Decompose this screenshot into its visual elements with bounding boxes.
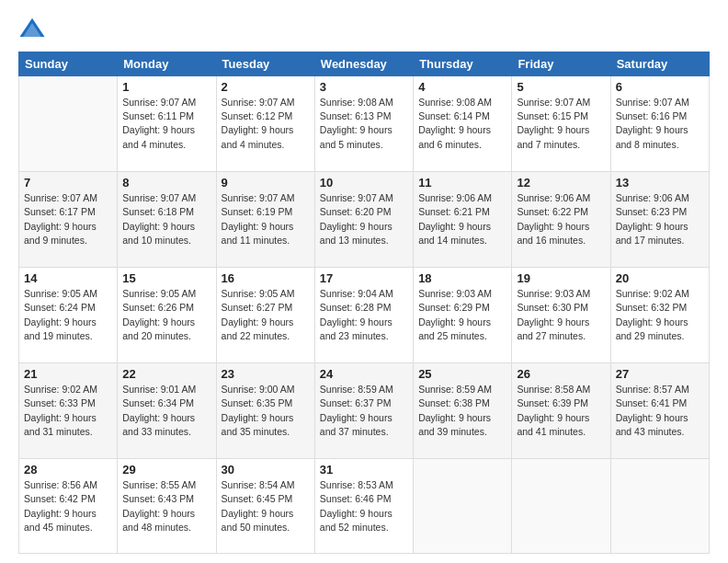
calendar-cell: 27Sunrise: 8:57 AMSunset: 6:41 PMDayligh…	[610, 363, 709, 459]
calendar-cell: 29Sunrise: 8:55 AMSunset: 6:43 PMDayligh…	[118, 459, 216, 554]
day-number: 25	[418, 367, 506, 381]
calendar-week-4: 28Sunrise: 8:56 AMSunset: 6:42 PMDayligh…	[19, 459, 710, 554]
day-info: Sunrise: 9:05 AMSunset: 6:26 PMDaylight:…	[122, 287, 210, 343]
day-number: 27	[616, 367, 704, 381]
calendar-cell: 21Sunrise: 9:02 AMSunset: 6:33 PMDayligh…	[19, 363, 118, 459]
day-info: Sunrise: 9:05 AMSunset: 6:27 PMDaylight:…	[222, 287, 310, 343]
day-info: Sunrise: 9:08 AMSunset: 6:13 PMDaylight:…	[320, 96, 408, 152]
calendar-header: SundayMondayTuesdayWednesdayThursdayFrid…	[19, 52, 710, 76]
day-info: Sunrise: 9:06 AMSunset: 6:22 PMDaylight:…	[517, 191, 605, 247]
calendar-cell: 6Sunrise: 9:07 AMSunset: 6:16 PMDaylight…	[610, 76, 709, 172]
day-info: Sunrise: 9:02 AMSunset: 6:33 PMDaylight:…	[24, 383, 112, 439]
day-number: 4	[418, 80, 506, 94]
day-header-monday: Monday	[118, 52, 216, 76]
day-info: Sunrise: 8:59 AMSunset: 6:37 PMDaylight:…	[320, 383, 408, 439]
calendar-cell	[19, 76, 118, 172]
calendar-header-row: SundayMondayTuesdayWednesdayThursdayFrid…	[19, 52, 710, 76]
day-info: Sunrise: 9:07 AMSunset: 6:17 PMDaylight:…	[24, 191, 112, 247]
day-number: 8	[122, 176, 210, 190]
calendar-cell: 14Sunrise: 9:05 AMSunset: 6:24 PMDayligh…	[19, 268, 118, 363]
day-info: Sunrise: 9:03 AMSunset: 6:30 PMDaylight:…	[517, 287, 605, 343]
day-header-saturday: Saturday	[610, 52, 709, 76]
day-number: 23	[222, 367, 310, 381]
day-header-tuesday: Tuesday	[216, 52, 314, 76]
calendar-cell: 3Sunrise: 9:08 AMSunset: 6:13 PMDaylight…	[314, 76, 413, 172]
day-number: 21	[24, 367, 112, 381]
calendar-week-1: 7Sunrise: 9:07 AMSunset: 6:17 PMDaylight…	[19, 172, 710, 268]
day-header-sunday: Sunday	[19, 52, 118, 76]
calendar-cell: 4Sunrise: 9:08 AMSunset: 6:14 PMDaylight…	[414, 76, 512, 172]
day-info: Sunrise: 8:53 AMSunset: 6:46 PMDaylight:…	[320, 478, 408, 534]
day-info: Sunrise: 8:54 AMSunset: 6:45 PMDaylight:…	[222, 478, 310, 534]
calendar-cell	[610, 459, 709, 554]
calendar-cell: 26Sunrise: 8:58 AMSunset: 6:39 PMDayligh…	[512, 363, 610, 459]
day-number: 15	[122, 271, 210, 285]
day-number: 13	[616, 176, 704, 190]
calendar-cell: 9Sunrise: 9:07 AMSunset: 6:19 PMDaylight…	[216, 172, 314, 268]
day-number: 18	[418, 271, 506, 285]
day-info: Sunrise: 9:03 AMSunset: 6:29 PMDaylight:…	[418, 287, 506, 343]
calendar-week-0: 1Sunrise: 9:07 AMSunset: 6:11 PMDaylight…	[19, 76, 710, 172]
day-info: Sunrise: 8:56 AMSunset: 6:42 PMDaylight:…	[24, 478, 112, 534]
day-info: Sunrise: 9:05 AMSunset: 6:24 PMDaylight:…	[24, 287, 112, 343]
page: SundayMondayTuesdayWednesdayThursdayFrid…	[0, 0, 728, 563]
day-number: 24	[320, 367, 408, 381]
calendar-cell	[512, 459, 610, 554]
calendar-cell: 24Sunrise: 8:59 AMSunset: 6:37 PMDayligh…	[314, 363, 413, 459]
day-info: Sunrise: 8:59 AMSunset: 6:38 PMDaylight:…	[418, 383, 506, 439]
calendar-cell: 7Sunrise: 9:07 AMSunset: 6:17 PMDaylight…	[19, 172, 118, 268]
day-number: 19	[517, 271, 605, 285]
calendar-cell: 20Sunrise: 9:02 AMSunset: 6:32 PMDayligh…	[610, 268, 709, 363]
calendar-cell: 11Sunrise: 9:06 AMSunset: 6:21 PMDayligh…	[414, 172, 512, 268]
day-info: Sunrise: 8:57 AMSunset: 6:41 PMDaylight:…	[616, 383, 704, 439]
day-number: 17	[320, 271, 408, 285]
day-number: 11	[418, 176, 506, 190]
calendar-cell: 31Sunrise: 8:53 AMSunset: 6:46 PMDayligh…	[314, 459, 413, 554]
day-number: 26	[517, 367, 605, 381]
day-header-friday: Friday	[512, 52, 610, 76]
calendar-cell: 28Sunrise: 8:56 AMSunset: 6:42 PMDayligh…	[19, 459, 118, 554]
day-number: 16	[222, 271, 310, 285]
calendar-cell: 2Sunrise: 9:07 AMSunset: 6:12 PMDaylight…	[216, 76, 314, 172]
calendar-cell: 17Sunrise: 9:04 AMSunset: 6:28 PMDayligh…	[314, 268, 413, 363]
day-info: Sunrise: 9:06 AMSunset: 6:21 PMDaylight:…	[418, 191, 506, 247]
calendar-week-2: 14Sunrise: 9:05 AMSunset: 6:24 PMDayligh…	[19, 268, 710, 363]
day-number: 9	[222, 176, 310, 190]
day-info: Sunrise: 9:07 AMSunset: 6:18 PMDaylight:…	[122, 191, 210, 247]
day-number: 30	[222, 463, 310, 477]
calendar-cell: 30Sunrise: 8:54 AMSunset: 6:45 PMDayligh…	[216, 459, 314, 554]
calendar-cell	[414, 459, 512, 554]
day-info: Sunrise: 8:58 AMSunset: 6:39 PMDaylight:…	[517, 383, 605, 439]
day-info: Sunrise: 9:04 AMSunset: 6:28 PMDaylight:…	[320, 287, 408, 343]
day-header-wednesday: Wednesday	[314, 52, 413, 76]
day-number: 10	[320, 176, 408, 190]
day-info: Sunrise: 9:06 AMSunset: 6:23 PMDaylight:…	[616, 191, 704, 247]
day-info: Sunrise: 9:07 AMSunset: 6:12 PMDaylight:…	[222, 96, 310, 152]
day-info: Sunrise: 9:07 AMSunset: 6:11 PMDaylight:…	[122, 96, 210, 152]
day-header-thursday: Thursday	[414, 52, 512, 76]
calendar-cell: 5Sunrise: 9:07 AMSunset: 6:15 PMDaylight…	[512, 76, 610, 172]
day-info: Sunrise: 8:55 AMSunset: 6:43 PMDaylight:…	[122, 478, 210, 534]
day-number: 3	[320, 80, 408, 94]
calendar-week-3: 21Sunrise: 9:02 AMSunset: 6:33 PMDayligh…	[19, 363, 710, 459]
day-number: 1	[122, 80, 210, 94]
day-number: 5	[517, 80, 605, 94]
calendar-cell: 10Sunrise: 9:07 AMSunset: 6:20 PMDayligh…	[314, 172, 413, 268]
day-info: Sunrise: 9:07 AMSunset: 6:15 PMDaylight:…	[517, 96, 605, 152]
day-number: 12	[517, 176, 605, 190]
calendar-cell: 12Sunrise: 9:06 AMSunset: 6:22 PMDayligh…	[512, 172, 610, 268]
day-info: Sunrise: 9:08 AMSunset: 6:14 PMDaylight:…	[418, 96, 506, 152]
day-number: 7	[24, 176, 112, 190]
day-number: 28	[24, 463, 112, 477]
day-info: Sunrise: 9:07 AMSunset: 6:19 PMDaylight:…	[222, 191, 310, 247]
day-info: Sunrise: 9:01 AMSunset: 6:34 PMDaylight:…	[122, 383, 210, 439]
day-info: Sunrise: 9:02 AMSunset: 6:32 PMDaylight:…	[616, 287, 704, 343]
calendar-body: 1Sunrise: 9:07 AMSunset: 6:11 PMDaylight…	[19, 76, 710, 554]
calendar-cell: 18Sunrise: 9:03 AMSunset: 6:29 PMDayligh…	[414, 268, 512, 363]
day-number: 6	[616, 80, 704, 94]
calendar-cell: 1Sunrise: 9:07 AMSunset: 6:11 PMDaylight…	[118, 76, 216, 172]
calendar-cell: 15Sunrise: 9:05 AMSunset: 6:26 PMDayligh…	[118, 268, 216, 363]
day-number: 29	[122, 463, 210, 477]
day-number: 31	[320, 463, 408, 477]
header	[18, 15, 710, 42]
